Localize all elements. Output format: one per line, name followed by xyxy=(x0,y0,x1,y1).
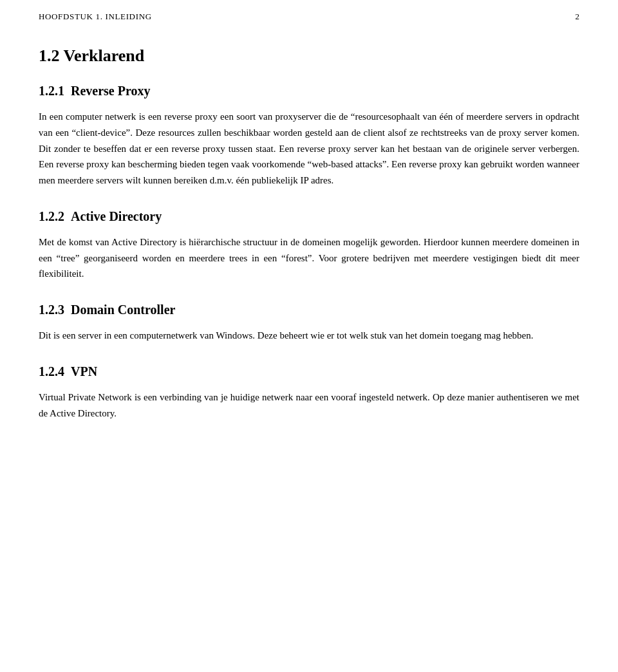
subsection-title-domain-controller: 1.2.3Domain Controller xyxy=(39,303,579,317)
subsection-domain-controller: 1.2.3Domain Controller Dit is een server… xyxy=(39,303,579,344)
header-chapter: HOOFDSTUK 1. INLEIDING xyxy=(39,12,152,22)
subsection-label-3: Domain Controller xyxy=(71,303,175,317)
vpn-text: Virtual Private Network is een verbindin… xyxy=(39,389,579,422)
active-directory-text: Met de komst van Active Directory is hië… xyxy=(39,234,579,282)
page-content: 1.2 Verklarend 1.2.1Reverse Proxy In een… xyxy=(0,33,618,467)
subsection-number-3: 1.2.3 xyxy=(39,303,64,317)
subsection-number-2: 1.2.2 xyxy=(39,209,64,223)
page-header: HOOFDSTUK 1. INLEIDING 2 xyxy=(0,0,618,28)
domain-controller-text: Dit is een server in een computernetwerk… xyxy=(39,328,579,344)
subsection-label-2: Active Directory xyxy=(71,209,162,223)
main-section: 1.2 Verklarend xyxy=(39,46,579,66)
subsection-number-1: 1.2.1 xyxy=(39,84,64,98)
reverse-proxy-text: In een computer netwerk is een reverse p… xyxy=(39,109,579,189)
page-number: 2 xyxy=(576,12,580,22)
subsection-active-directory: 1.2.2Active Directory Met de komst van A… xyxy=(39,209,579,282)
page: HOOFDSTUK 1. INLEIDING 2 1.2 Verklarend … xyxy=(0,0,618,672)
section-title-text: Verklarend xyxy=(64,46,145,65)
subsection-title-vpn: 1.2.4VPN xyxy=(39,364,579,379)
subsection-label-1: Reverse Proxy xyxy=(71,84,150,98)
subsection-number-4: 1.2.4 xyxy=(39,364,64,378)
subsection-title-active-directory: 1.2.2Active Directory xyxy=(39,209,579,224)
section-title-verklarend: 1.2 Verklarend xyxy=(39,46,579,66)
subsection-title-reverse-proxy: 1.2.1Reverse Proxy xyxy=(39,84,579,98)
subsection-vpn: 1.2.4VPN Virtual Private Network is een … xyxy=(39,364,579,422)
subsection-label-4: VPN xyxy=(71,364,97,378)
subsection-reverse-proxy: 1.2.1Reverse Proxy In een computer netwe… xyxy=(39,84,579,189)
section-number: 1.2 xyxy=(39,46,60,65)
